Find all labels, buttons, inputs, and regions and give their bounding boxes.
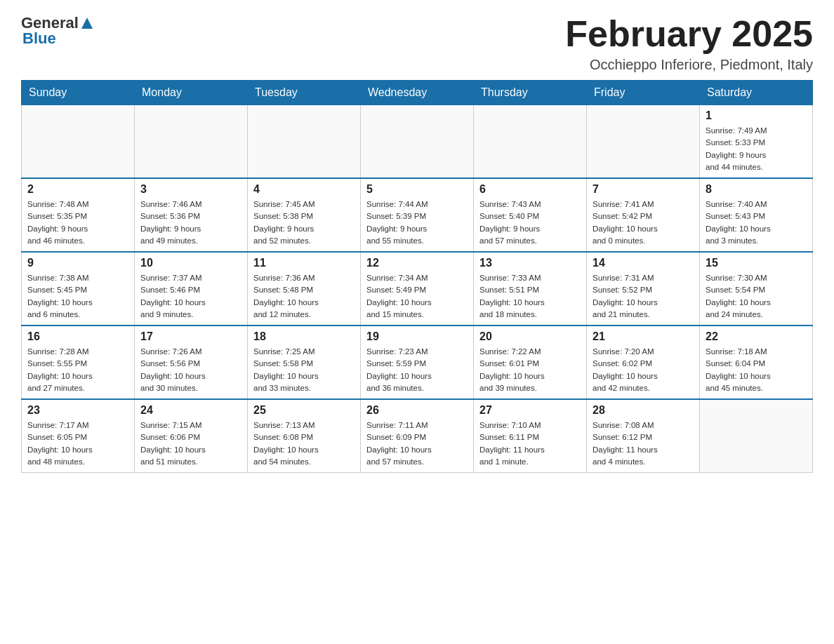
calendar-cell: 14Sunrise: 7:31 AMSunset: 5:52 PMDayligh… [587, 252, 700, 326]
calendar-cell [474, 105, 587, 179]
calendar-cell: 21Sunrise: 7:20 AMSunset: 6:02 PMDayligh… [587, 326, 700, 399]
day-info: Sunrise: 7:15 AMSunset: 6:06 PMDaylight:… [140, 420, 241, 468]
day-number: 12 [366, 257, 468, 269]
day-info: Sunrise: 7:20 AMSunset: 6:02 PMDaylight:… [593, 346, 694, 394]
day-number: 18 [253, 330, 355, 343]
day-info: Sunrise: 7:26 AMSunset: 5:56 PMDaylight:… [140, 346, 241, 394]
day-info: Sunrise: 7:11 AMSunset: 6:09 PMDaylight:… [366, 420, 468, 468]
calendar-cell: 9Sunrise: 7:38 AMSunset: 5:45 PMDaylight… [22, 252, 135, 326]
day-number: 1 [706, 109, 807, 122]
calendar-cell: 26Sunrise: 7:11 AMSunset: 6:09 PMDayligh… [361, 399, 474, 473]
calendar-cell: 16Sunrise: 7:28 AMSunset: 5:55 PMDayligh… [22, 326, 135, 399]
calendar-cell: 7Sunrise: 7:41 AMSunset: 5:42 PMDaylight… [587, 178, 700, 252]
calendar-cell: 1Sunrise: 7:49 AMSunset: 5:33 PMDaylight… [700, 105, 813, 179]
day-info: Sunrise: 7:28 AMSunset: 5:55 PMDaylight:… [27, 346, 128, 394]
day-number: 27 [479, 404, 581, 417]
calendar-day-header: Friday [587, 81, 700, 105]
calendar-week-row: 9Sunrise: 7:38 AMSunset: 5:45 PMDaylight… [22, 252, 813, 326]
calendar-day-header: Tuesday [248, 81, 361, 105]
day-info: Sunrise: 7:40 AMSunset: 5:43 PMDaylight:… [706, 199, 807, 247]
calendar-cell: 5Sunrise: 7:44 AMSunset: 5:39 PMDaylight… [361, 178, 474, 252]
day-number: 3 [140, 183, 241, 196]
page-header: General Blue February 2025 Occhieppo Inf… [21, 14, 813, 73]
calendar-week-row: 23Sunrise: 7:17 AMSunset: 6:05 PMDayligh… [22, 399, 813, 473]
day-number: 17 [140, 330, 241, 343]
calendar-cell: 6Sunrise: 7:43 AMSunset: 5:40 PMDaylight… [474, 178, 587, 252]
calendar-cell: 8Sunrise: 7:40 AMSunset: 5:43 PMDaylight… [700, 178, 813, 252]
day-info: Sunrise: 7:41 AMSunset: 5:42 PMDaylight:… [593, 199, 694, 247]
calendar-cell: 28Sunrise: 7:08 AMSunset: 6:12 PMDayligh… [587, 399, 700, 473]
logo: General Blue [21, 14, 94, 48]
calendar-header-row: SundayMondayTuesdayWednesdayThursdayFrid… [22, 81, 813, 105]
calendar-cell: 3Sunrise: 7:46 AMSunset: 5:36 PMDaylight… [135, 178, 248, 252]
title-section: February 2025 Occhieppo Inferiore, Piedm… [565, 14, 813, 73]
day-info: Sunrise: 7:23 AMSunset: 5:59 PMDaylight:… [366, 346, 468, 394]
day-number: 20 [479, 330, 581, 343]
day-number: 19 [366, 330, 468, 343]
day-number: 13 [479, 257, 581, 269]
day-number: 4 [253, 183, 355, 196]
day-number: 5 [366, 183, 468, 196]
day-number: 24 [140, 404, 241, 417]
day-number: 9 [27, 257, 128, 269]
calendar-cell: 10Sunrise: 7:37 AMSunset: 5:46 PMDayligh… [135, 252, 248, 326]
day-info: Sunrise: 7:22 AMSunset: 6:01 PMDaylight:… [479, 346, 581, 394]
calendar-cell [587, 105, 700, 179]
calendar-day-header: Saturday [700, 81, 813, 105]
calendar-cell: 18Sunrise: 7:25 AMSunset: 5:58 PMDayligh… [248, 326, 361, 399]
month-title: February 2025 [565, 14, 813, 54]
day-number: 8 [706, 183, 807, 196]
calendar-table: SundayMondayTuesdayWednesdayThursdayFrid… [21, 80, 813, 473]
day-info: Sunrise: 7:43 AMSunset: 5:40 PMDaylight:… [479, 199, 581, 247]
calendar-day-header: Sunday [22, 81, 135, 105]
calendar-week-row: 1Sunrise: 7:49 AMSunset: 5:33 PMDaylight… [22, 105, 813, 179]
calendar-cell: 12Sunrise: 7:34 AMSunset: 5:49 PMDayligh… [361, 252, 474, 326]
day-info: Sunrise: 7:44 AMSunset: 5:39 PMDaylight:… [366, 199, 468, 247]
calendar-cell: 20Sunrise: 7:22 AMSunset: 6:01 PMDayligh… [474, 326, 587, 399]
calendar-week-row: 16Sunrise: 7:28 AMSunset: 5:55 PMDayligh… [22, 326, 813, 399]
day-number: 26 [366, 404, 468, 417]
day-info: Sunrise: 7:18 AMSunset: 6:04 PMDaylight:… [706, 346, 807, 394]
day-info: Sunrise: 7:17 AMSunset: 6:05 PMDaylight:… [27, 420, 128, 468]
day-number: 25 [253, 404, 355, 417]
calendar-cell: 2Sunrise: 7:48 AMSunset: 5:35 PMDaylight… [22, 178, 135, 252]
calendar-cell [248, 105, 361, 179]
day-number: 16 [27, 330, 128, 343]
calendar-cell: 17Sunrise: 7:26 AMSunset: 5:56 PMDayligh… [135, 326, 248, 399]
calendar-cell: 23Sunrise: 7:17 AMSunset: 6:05 PMDayligh… [22, 399, 135, 473]
day-info: Sunrise: 7:48 AMSunset: 5:35 PMDaylight:… [27, 199, 128, 247]
day-info: Sunrise: 7:10 AMSunset: 6:11 PMDaylight:… [479, 420, 581, 468]
day-number: 2 [27, 183, 128, 196]
calendar-day-header: Monday [135, 81, 248, 105]
day-number: 14 [593, 257, 694, 269]
day-info: Sunrise: 7:25 AMSunset: 5:58 PMDaylight:… [253, 346, 355, 394]
calendar-day-header: Wednesday [361, 81, 474, 105]
day-number: 11 [253, 257, 355, 269]
day-number: 28 [593, 404, 694, 417]
calendar-week-row: 2Sunrise: 7:48 AMSunset: 5:35 PMDaylight… [22, 178, 813, 252]
day-info: Sunrise: 7:33 AMSunset: 5:51 PMDaylight:… [479, 272, 581, 321]
day-number: 21 [593, 330, 694, 343]
location-text: Occhieppo Inferiore, Piedmont, Italy [565, 57, 813, 73]
day-info: Sunrise: 7:45 AMSunset: 5:38 PMDaylight:… [253, 199, 355, 247]
day-info: Sunrise: 7:49 AMSunset: 5:33 PMDaylight:… [706, 125, 807, 173]
day-info: Sunrise: 7:36 AMSunset: 5:48 PMDaylight:… [253, 272, 355, 321]
day-number: 10 [140, 257, 241, 269]
day-number: 15 [706, 257, 807, 269]
day-info: Sunrise: 7:13 AMSunset: 6:08 PMDaylight:… [253, 420, 355, 468]
calendar-cell [361, 105, 474, 179]
calendar-cell: 15Sunrise: 7:30 AMSunset: 5:54 PMDayligh… [700, 252, 813, 326]
day-info: Sunrise: 7:31 AMSunset: 5:52 PMDaylight:… [593, 272, 694, 321]
calendar-cell [22, 105, 135, 179]
calendar-cell: 4Sunrise: 7:45 AMSunset: 5:38 PMDaylight… [248, 178, 361, 252]
day-number: 22 [706, 330, 807, 343]
logo-icon [80, 16, 94, 30]
calendar-cell: 25Sunrise: 7:13 AMSunset: 6:08 PMDayligh… [248, 399, 361, 473]
day-number: 23 [27, 404, 128, 417]
day-info: Sunrise: 7:38 AMSunset: 5:45 PMDaylight:… [27, 272, 128, 321]
day-info: Sunrise: 7:46 AMSunset: 5:36 PMDaylight:… [140, 199, 241, 247]
calendar-cell: 11Sunrise: 7:36 AMSunset: 5:48 PMDayligh… [248, 252, 361, 326]
calendar-cell: 13Sunrise: 7:33 AMSunset: 5:51 PMDayligh… [474, 252, 587, 326]
calendar-cell: 24Sunrise: 7:15 AMSunset: 6:06 PMDayligh… [135, 399, 248, 473]
day-info: Sunrise: 7:30 AMSunset: 5:54 PMDaylight:… [706, 272, 807, 321]
